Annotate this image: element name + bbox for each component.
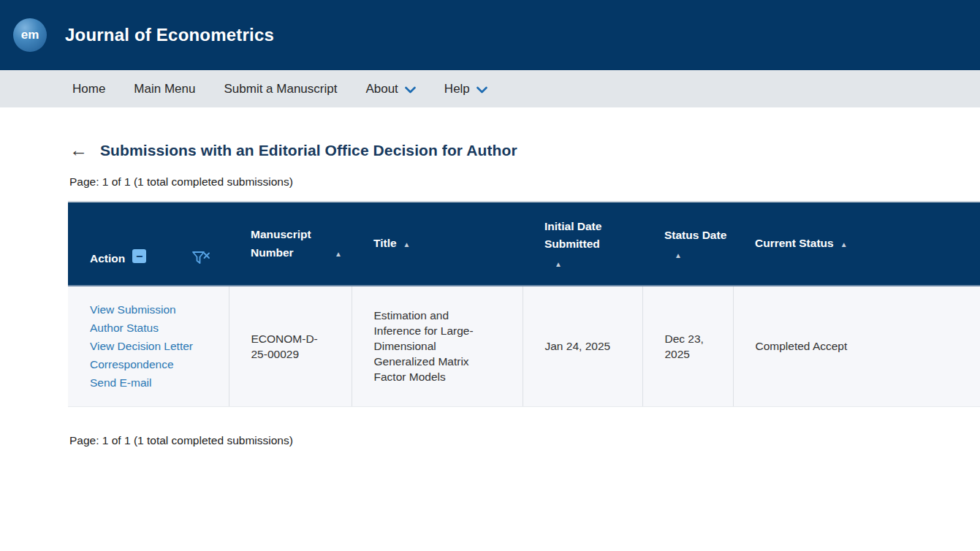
submissions-table: Action − Manus — [68, 201, 980, 407]
column-label-status-date: Status Date — [664, 227, 726, 244]
back-arrow-icon[interactable]: ← — [69, 141, 88, 159]
column-header-title[interactable]: Title▲ — [352, 202, 523, 286]
column-label-manuscript-number: Manuscript Number — [251, 226, 328, 261]
column-header-manuscript-number[interactable]: Manuscript Number▲ — [229, 202, 352, 286]
em-logo: em — [13, 18, 47, 52]
sort-asc-icon[interactable]: ▲ — [555, 259, 642, 270]
chevron-down-icon — [476, 86, 487, 94]
sort-asc-icon[interactable]: ▲ — [335, 248, 342, 260]
cell-title: Estimation and Inference for Large-Dimen… — [352, 286, 523, 406]
link-author-status[interactable]: Author Status — [90, 319, 217, 337]
sort-asc-icon[interactable]: ▲ — [675, 250, 733, 262]
column-label-title: Title — [373, 237, 397, 249]
link-view-submission[interactable]: View Submission — [90, 300, 217, 319]
sort-asc-icon[interactable]: ▲ — [403, 239, 411, 251]
cell-current-status: Completed Accept — [733, 286, 980, 406]
column-label-initial-date-submitted: Initial Date Submitted — [544, 218, 614, 253]
main-navbar: Home Main Menu Submit a Manuscript About… — [0, 70, 980, 107]
table-header-row: Action − Manus — [68, 202, 980, 286]
column-label-current-status: Current Status — [755, 237, 834, 249]
top-banner: em Journal of Econometrics — [0, 0, 980, 70]
cell-initial-date-submitted: Jan 24, 2025 — [523, 286, 642, 406]
clear-filter-icon[interactable] — [191, 250, 211, 267]
cell-manuscript-number: ECONOM-D-25-00029 — [229, 286, 352, 406]
collapse-actions-icon[interactable]: − — [132, 249, 146, 263]
column-header-action: Action − — [68, 202, 229, 286]
nav-item-main-menu[interactable]: Main Menu — [134, 82, 195, 96]
nav-item-home[interactable]: Home — [72, 82, 105, 96]
submissions-table-wrap: Action − Manus — [68, 201, 980, 407]
page-title: Submissions with an Editorial Office Dec… — [100, 142, 517, 159]
page-heading: ← Submissions with an Editorial Office D… — [69, 141, 980, 159]
pagination-info-top: Page: 1 of 1 (1 total completed submissi… — [69, 175, 980, 189]
nav-item-help[interactable]: Help — [444, 82, 487, 96]
em-logo-text: em — [21, 28, 39, 42]
cell-status-date: Dec 23, 2025 — [642, 286, 733, 406]
table-row: View Submission Author Status View Decis… — [68, 286, 980, 406]
column-header-current-status[interactable]: Current Status▲ — [733, 202, 980, 286]
nav-item-about[interactable]: About — [365, 82, 415, 96]
link-view-decision-letter[interactable]: View Decision Letter — [90, 337, 217, 355]
journal-title: Journal of Econometrics — [65, 25, 274, 45]
pagination-info-bottom: Page: 1 of 1 (1 total completed submissi… — [69, 434, 980, 447]
nav-item-submit-manuscript[interactable]: Submit a Manuscript — [224, 82, 337, 96]
chevron-down-icon — [405, 86, 416, 94]
column-header-status-date[interactable]: Status Date ▲ — [642, 202, 733, 286]
column-header-initial-date-submitted[interactable]: Initial Date Submitted ▲ — [523, 202, 642, 286]
column-label-action: Action — [90, 250, 125, 267]
cell-actions: View Submission Author Status View Decis… — [68, 286, 229, 406]
link-send-email[interactable]: Send E-mail — [90, 373, 217, 392]
link-correspondence[interactable]: Correspondence — [90, 355, 217, 373]
sort-asc-icon[interactable]: ▲ — [840, 239, 848, 251]
